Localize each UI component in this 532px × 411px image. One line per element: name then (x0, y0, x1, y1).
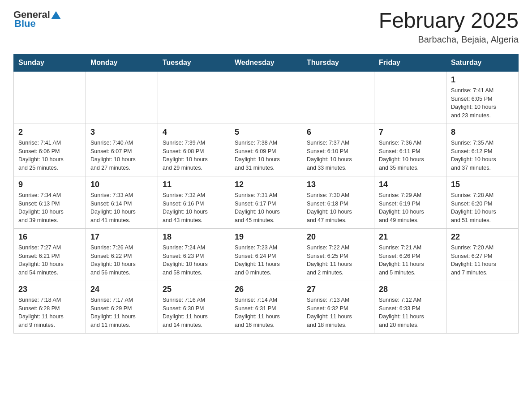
calendar-cell (230, 71, 302, 124)
title-block: February 2025 Barbacha, Bejaia, Algeria (379, 9, 519, 45)
cell-info: Sunrise: 7:18 AM Sunset: 6:28 PM Dayligh… (18, 296, 81, 330)
cell-day-number: 24 (90, 285, 153, 294)
cell-info: Sunrise: 7:29 AM Sunset: 6:19 PM Dayligh… (379, 191, 442, 225)
cell-info: Sunrise: 7:35 AM Sunset: 6:12 PM Dayligh… (451, 139, 514, 172)
calendar-cell: 7Sunrise: 7:36 AM Sunset: 6:11 PM Daylig… (374, 124, 446, 176)
logo-triangle-icon (51, 10, 61, 20)
calendar-cell: 27Sunrise: 7:13 AM Sunset: 6:32 PM Dayli… (302, 281, 374, 333)
calendar-cell (14, 71, 86, 124)
cell-day-number: 26 (235, 285, 297, 294)
calendar-week-row: 9Sunrise: 7:34 AM Sunset: 6:13 PM Daylig… (14, 176, 519, 228)
cell-day-number: 18 (163, 232, 225, 242)
cell-day-number: 14 (379, 180, 442, 189)
logo: General Blue (13, 9, 61, 30)
cell-info: Sunrise: 7:28 AM Sunset: 6:20 PM Dayligh… (451, 191, 514, 225)
cell-info: Sunrise: 7:37 AM Sunset: 6:10 PM Dayligh… (307, 139, 369, 172)
calendar-cell: 17Sunrise: 7:26 AM Sunset: 6:22 PM Dayli… (86, 228, 158, 281)
calendar-cell: 4Sunrise: 7:39 AM Sunset: 6:08 PM Daylig… (158, 124, 230, 176)
cell-info: Sunrise: 7:39 AM Sunset: 6:08 PM Dayligh… (163, 139, 225, 172)
cell-day-number: 23 (18, 285, 81, 294)
calendar-cell: 8Sunrise: 7:35 AM Sunset: 6:12 PM Daylig… (446, 124, 519, 176)
cell-info: Sunrise: 7:23 AM Sunset: 6:24 PM Dayligh… (235, 244, 297, 277)
calendar-table: SundayMondayTuesdayWednesdayThursdayFrid… (13, 54, 519, 334)
cell-info: Sunrise: 7:40 AM Sunset: 6:07 PM Dayligh… (90, 139, 153, 172)
cell-day-number: 9 (18, 180, 81, 189)
calendar-cell: 25Sunrise: 7:16 AM Sunset: 6:30 PM Dayli… (158, 281, 230, 333)
page-header: General Blue February 2025 Barbacha, Bej… (13, 9, 519, 45)
calendar-week-row: 23Sunrise: 7:18 AM Sunset: 6:28 PM Dayli… (14, 281, 519, 333)
cell-day-number: 25 (163, 285, 225, 294)
cell-day-number: 16 (18, 232, 81, 242)
calendar-cell: 12Sunrise: 7:31 AM Sunset: 6:17 PM Dayli… (230, 176, 302, 228)
cell-day-number: 17 (90, 232, 153, 242)
day-header-saturday: Saturday (446, 54, 519, 71)
cell-info: Sunrise: 7:14 AM Sunset: 6:31 PM Dayligh… (235, 296, 297, 330)
cell-day-number: 15 (451, 180, 514, 189)
cell-day-number: 4 (163, 128, 225, 137)
logo-blue-text: Blue (14, 18, 36, 30)
calendar-week-row: 1Sunrise: 7:41 AM Sunset: 6:05 PM Daylig… (14, 71, 519, 124)
calendar-cell: 1Sunrise: 7:41 AM Sunset: 6:05 PM Daylig… (446, 71, 519, 124)
calendar-cell: 18Sunrise: 7:24 AM Sunset: 6:23 PM Dayli… (158, 228, 230, 281)
cell-day-number: 7 (379, 128, 442, 137)
cell-info: Sunrise: 7:26 AM Sunset: 6:22 PM Dayligh… (90, 244, 153, 277)
cell-day-number: 8 (451, 128, 514, 137)
calendar-cell: 6Sunrise: 7:37 AM Sunset: 6:10 PM Daylig… (302, 124, 374, 176)
calendar-week-row: 2Sunrise: 7:41 AM Sunset: 6:06 PM Daylig… (14, 124, 519, 176)
cell-day-number: 1 (451, 75, 514, 85)
cell-info: Sunrise: 7:36 AM Sunset: 6:11 PM Dayligh… (379, 139, 442, 172)
cell-day-number: 3 (90, 128, 153, 137)
calendar-cell: 24Sunrise: 7:17 AM Sunset: 6:29 PM Dayli… (86, 281, 158, 333)
calendar-cell: 16Sunrise: 7:27 AM Sunset: 6:21 PM Dayli… (14, 228, 86, 281)
day-header-wednesday: Wednesday (230, 54, 302, 71)
calendar-cell (446, 281, 519, 333)
calendar-cell: 22Sunrise: 7:20 AM Sunset: 6:27 PM Dayli… (446, 228, 519, 281)
day-header-thursday: Thursday (302, 54, 374, 71)
calendar-cell: 20Sunrise: 7:22 AM Sunset: 6:25 PM Dayli… (302, 228, 374, 281)
calendar-cell: 10Sunrise: 7:33 AM Sunset: 6:14 PM Dayli… (86, 176, 158, 228)
cell-info: Sunrise: 7:31 AM Sunset: 6:17 PM Dayligh… (235, 191, 297, 225)
cell-day-number: 13 (307, 180, 369, 189)
cell-day-number: 11 (163, 180, 225, 189)
cell-day-number: 22 (451, 232, 514, 242)
calendar-cell: 3Sunrise: 7:40 AM Sunset: 6:07 PM Daylig… (86, 124, 158, 176)
calendar-cell: 2Sunrise: 7:41 AM Sunset: 6:06 PM Daylig… (14, 124, 86, 176)
cell-day-number: 12 (235, 180, 297, 189)
cell-day-number: 5 (235, 128, 297, 137)
calendar-cell: 26Sunrise: 7:14 AM Sunset: 6:31 PM Dayli… (230, 281, 302, 333)
cell-info: Sunrise: 7:33 AM Sunset: 6:14 PM Dayligh… (90, 191, 153, 225)
calendar-cell: 21Sunrise: 7:21 AM Sunset: 6:26 PM Dayli… (374, 228, 446, 281)
cell-info: Sunrise: 7:34 AM Sunset: 6:13 PM Dayligh… (18, 191, 81, 225)
calendar-week-row: 16Sunrise: 7:27 AM Sunset: 6:21 PM Dayli… (14, 228, 519, 281)
cell-day-number: 28 (379, 285, 442, 294)
cell-info: Sunrise: 7:16 AM Sunset: 6:30 PM Dayligh… (163, 296, 225, 330)
cell-day-number: 2 (18, 128, 81, 137)
svg-marker-0 (51, 11, 61, 19)
cell-info: Sunrise: 7:30 AM Sunset: 6:18 PM Dayligh… (307, 191, 369, 225)
cell-info: Sunrise: 7:12 AM Sunset: 6:33 PM Dayligh… (379, 296, 442, 330)
calendar-cell: 19Sunrise: 7:23 AM Sunset: 6:24 PM Dayli… (230, 228, 302, 281)
cell-info: Sunrise: 7:41 AM Sunset: 6:06 PM Dayligh… (18, 139, 81, 172)
cell-info: Sunrise: 7:13 AM Sunset: 6:32 PM Dayligh… (307, 296, 369, 330)
cell-info: Sunrise: 7:21 AM Sunset: 6:26 PM Dayligh… (379, 244, 442, 277)
calendar-cell: 15Sunrise: 7:28 AM Sunset: 6:20 PM Dayli… (446, 176, 519, 228)
calendar-cell (86, 71, 158, 124)
calendar-cell: 11Sunrise: 7:32 AM Sunset: 6:16 PM Dayli… (158, 176, 230, 228)
day-header-sunday: Sunday (14, 54, 86, 71)
cell-info: Sunrise: 7:38 AM Sunset: 6:09 PM Dayligh… (235, 139, 297, 172)
cell-day-number: 20 (307, 232, 369, 242)
day-header-tuesday: Tuesday (158, 54, 230, 71)
calendar-cell: 9Sunrise: 7:34 AM Sunset: 6:13 PM Daylig… (14, 176, 86, 228)
calendar-cell (374, 71, 446, 124)
calendar-subtitle: Barbacha, Bejaia, Algeria (379, 34, 519, 45)
cell-info: Sunrise: 7:24 AM Sunset: 6:23 PM Dayligh… (163, 244, 225, 277)
cell-info: Sunrise: 7:41 AM Sunset: 6:05 PM Dayligh… (451, 86, 514, 120)
cell-info: Sunrise: 7:20 AM Sunset: 6:27 PM Dayligh… (451, 244, 514, 277)
calendar-cell: 5Sunrise: 7:38 AM Sunset: 6:09 PM Daylig… (230, 124, 302, 176)
day-header-friday: Friday (374, 54, 446, 71)
cell-day-number: 19 (235, 232, 297, 242)
day-header-monday: Monday (86, 54, 158, 71)
calendar-cell (302, 71, 374, 124)
calendar-title: February 2025 (379, 9, 519, 33)
cell-day-number: 27 (307, 285, 369, 294)
